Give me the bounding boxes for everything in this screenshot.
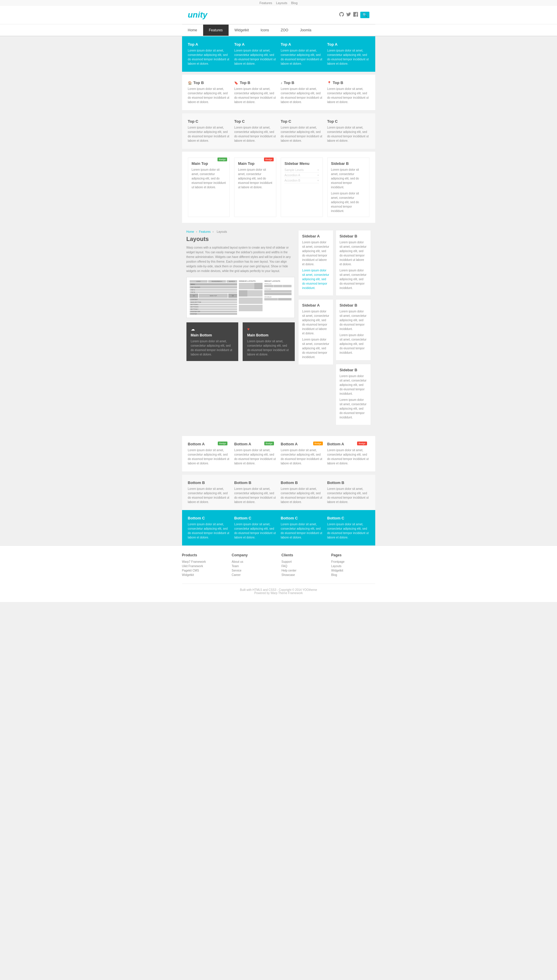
- footer-link-about[interactable]: About us: [232, 560, 276, 563]
- menu-link-3[interactable]: Accordion B +: [285, 178, 319, 183]
- bottom-c-text-1: Lorem ipsum dolor sit amet, consectetur …: [188, 522, 230, 540]
- bottom-b-title-1: Bottom B: [188, 481, 230, 485]
- footer-col-pages: Pages Frontpage Layouts Widgetkit Blog: [331, 553, 375, 578]
- footer-link-warp[interactable]: Warp7 Framework: [182, 560, 226, 563]
- top-b-text-3: Lorem ipsum dolor sit amet, consectetur …: [281, 86, 323, 104]
- sidebar-layout-1-inner: [254, 283, 262, 289]
- menu-link-1[interactable]: Sample Levels +: [285, 168, 319, 173]
- widget-layouts-label: WIDGET LAYOUTS: [264, 280, 292, 282]
- footer-link-faq[interactable]: FAQ: [282, 564, 326, 568]
- bottom-a-item-2: Badge Bottom A Lorem ipsum dolor sit ame…: [234, 442, 276, 466]
- footer-link-team[interactable]: Team: [232, 564, 276, 568]
- top-b-title-2: Top B: [234, 80, 276, 85]
- header: unity 🔍: [182, 6, 375, 24]
- topbar-blog-link[interactable]: Blog: [291, 1, 298, 5]
- wl-stacked-label: STACKED: [264, 288, 292, 290]
- bottom-b-text-3: Lorem ipsum dolor sit amet, consectetur …: [281, 487, 323, 504]
- top-c-text-1: Lorem ipsum dolor sit amet, consectetur …: [188, 125, 230, 143]
- sidebar-layout-1: [239, 283, 262, 289]
- bottom-c-title-4: Bottom C: [327, 516, 370, 520]
- badge-bottom-a-4: Badge: [357, 442, 367, 445]
- sidebar-b-text-1a: Lorem ipsum dolor sit amet, consectetur …: [340, 240, 367, 266]
- search-button[interactable]: 🔍: [360, 12, 370, 18]
- sidebar-menu-title: Sidebar Menu: [285, 161, 319, 166]
- nav-home[interactable]: Home: [182, 24, 203, 36]
- topbar-features-link[interactable]: Features: [259, 1, 272, 5]
- footer-link-layouts[interactable]: Layouts: [331, 564, 375, 568]
- footer-link-uikit[interactable]: Uikit Framework: [182, 564, 226, 568]
- top-b-item-1: Top B Lorem ipsum dolor sit amet, consec…: [188, 80, 230, 104]
- main-nav: Home Features Widgetkit Icons ZOO Joomla: [182, 24, 375, 36]
- breadcrumb-features[interactable]: Features: [199, 230, 210, 233]
- sidebar-cols: Sidebar A Lorem ipsum dolor sit amet, co…: [298, 230, 371, 429]
- badge-bottom-a-1: Badge: [218, 442, 227, 445]
- footer-link-helpcenter[interactable]: Help center: [282, 569, 326, 572]
- bottom-a-item-3: Badge Bottom A Lorem ipsum dolor sit ame…: [281, 442, 323, 466]
- github-icon[interactable]: [339, 12, 344, 18]
- top-a-title-4: Top A: [327, 42, 370, 47]
- bottom-a-text-1: Lorem ipsum dolor sit amet, consectetur …: [188, 448, 230, 466]
- diagram-cell-sidebara: SA: [190, 294, 199, 298]
- footer-link-widgetkit[interactable]: Widgetkit: [182, 573, 226, 577]
- main-top-text-2: Lorem ipsum dolor sit amet, consectetur …: [238, 168, 272, 189]
- menu-link-2[interactable]: Accordion A +: [285, 173, 319, 178]
- menu-link-label-2: Accordion A: [285, 174, 300, 177]
- heart-icon: ♥: [247, 327, 290, 331]
- bottom-c-title-1: Bottom C: [188, 516, 230, 520]
- topbar-layouts-link[interactable]: Layouts: [276, 1, 287, 5]
- diagram-row-footer-top: FOOTER TOP: [190, 311, 238, 312]
- footer-cols: Products Warp7 Framework Uikit Framework…: [182, 553, 375, 578]
- top-b-title-3: Top B: [281, 80, 323, 85]
- diagram-row-main-bottom: MAIN BOTTOM: [190, 301, 238, 303]
- footer-link-support[interactable]: Support: [282, 560, 326, 563]
- footer-col-products: Products Warp7 Framework Uikit Framework…: [182, 553, 226, 578]
- bottom-a-item-4: Badge Bottom A Lorem ipsum dolor sit ame…: [327, 442, 370, 466]
- top-c-title-2: Top C: [234, 119, 276, 124]
- diagram-row-top-header: TOP HEADER: [190, 286, 238, 289]
- nav-icons[interactable]: Icons: [255, 24, 275, 36]
- nav-joomla[interactable]: Joomla: [294, 24, 317, 36]
- footer-link-blog[interactable]: Blog: [331, 573, 375, 577]
- menu-link-label-1: Sample Levels: [285, 168, 304, 171]
- widget-layouts-col: WIDGET LAYOUTS PARALLEL STACKED: [264, 280, 292, 315]
- footer-link-service[interactable]: Service: [232, 569, 276, 572]
- footer-link-frontpage[interactable]: Frontpage: [331, 560, 375, 563]
- nav-zoo[interactable]: ZOO: [275, 24, 294, 36]
- bottom-c-item-4: Bottom C Lorem ipsum dolor sit amet, con…: [327, 516, 370, 540]
- bottom-b-item-1: Bottom B Lorem ipsum dolor sit amet, con…: [188, 481, 230, 504]
- menu-arrow-2: +: [317, 174, 319, 177]
- main-top-item-1: Badge Main Top Lorem ipsum dolor sit ame…: [188, 158, 230, 217]
- menu-arrow-3: +: [317, 179, 319, 182]
- wl-d-bar-1: [264, 298, 278, 300]
- footer-products-title: Products: [182, 553, 226, 557]
- nav-features[interactable]: Features: [203, 24, 229, 36]
- top-a-item-1: Top A Lorem ipsum dolor sit amet, consec…: [188, 42, 230, 66]
- layout-diagram: LOGO HEADERBAR-A SEARCH MENU TOP HEADER …: [186, 277, 295, 318]
- footer-link-widgetkit-page[interactable]: Widgetkit: [331, 569, 375, 572]
- dark-box-text-1: Lorem ipsum dolor sit amet, consectetur …: [191, 339, 234, 357]
- top-c-title-1: Top C: [188, 119, 230, 124]
- facebook-icon[interactable]: [353, 12, 358, 18]
- dark-box-title-1: Main Bottom: [191, 333, 234, 337]
- bottom-b-text-2: Lorem ipsum dolor sit amet, consectetur …: [234, 487, 276, 504]
- logo: unity: [188, 10, 207, 20]
- breadcrumb-home[interactable]: Home: [186, 230, 194, 233]
- top-a-text-1: Lorem ipsum dolor sit amet, consectetur …: [188, 48, 230, 66]
- top-a-title-3: Top A: [281, 42, 323, 47]
- bottom-c-text-2: Lorem ipsum dolor sit amet, consectetur …: [234, 522, 276, 540]
- footer-link-career[interactable]: Career: [232, 573, 276, 577]
- badge-bottom-a-2: Badge: [264, 442, 274, 445]
- wl-doubled-label: DOUBLED: [264, 296, 292, 298]
- twitter-icon[interactable]: [346, 12, 351, 18]
- footer-pages-title: Pages: [331, 553, 375, 557]
- footer-link-showcase[interactable]: Showcase: [282, 573, 326, 577]
- footer-link-pagekit[interactable]: Pagekit CMS: [182, 569, 226, 572]
- nav-widgetkit[interactable]: Widgetkit: [229, 24, 255, 36]
- footer-bottom: Built with HTML5 and CSS3 - Copyright © …: [182, 584, 375, 595]
- bookmark-icon: [234, 80, 238, 85]
- top-b-text-2: Lorem ipsum dolor sit amet, consectetur …: [234, 86, 276, 104]
- widget-layout-parallel: PARALLEL: [264, 283, 292, 287]
- badge-red-1: Badge: [264, 158, 274, 161]
- sidebar-b-text-3b: Lorem ipsum dolor sit amet, consectetur …: [340, 398, 367, 419]
- diagram-row-bottom-a: BOTTOM A: [190, 303, 238, 305]
